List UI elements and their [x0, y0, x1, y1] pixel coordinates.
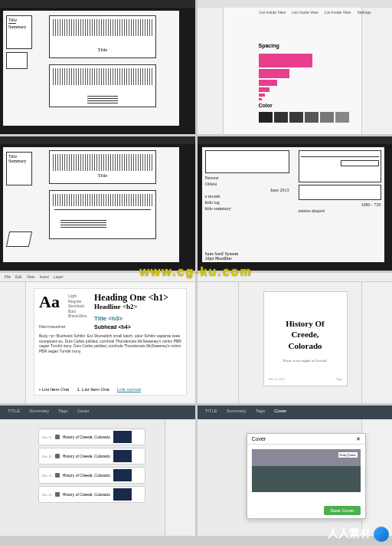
doc-title-3: Colorado	[264, 340, 347, 351]
thumbnail	[113, 488, 132, 501]
list-item[interactable]: Dec 11History of Creede, Colorado	[38, 486, 145, 503]
watermark-logo-icon	[374, 527, 389, 542]
titlebar	[0, 136, 195, 144]
h3-sample: Title <h3>	[94, 315, 122, 322]
cover-modal: Cover ✕ Daily Quote Save Cover	[247, 433, 366, 519]
inspector-panel[interactable]	[165, 419, 195, 536]
thumbnail	[113, 450, 132, 462]
save-cover-button[interactable]: Save Cover	[324, 506, 360, 515]
image-badge: Daily Quote	[338, 452, 358, 458]
app-tabs[interactable]: TITLESummaryTagsCover	[0, 405, 195, 419]
thumbnail	[113, 469, 132, 481]
sketch-sidebar: Title Summary	[6, 152, 32, 185]
inspector-panel[interactable]	[361, 282, 392, 403]
watermark-top: www.cg-ku.com	[139, 265, 252, 279]
font-name: Merriweather	[39, 324, 66, 329]
list-item[interactable]: Dec 11History of Creede, Colorado	[38, 428, 145, 445]
specimen-aa: Aa	[39, 292, 60, 312]
list-item[interactable]: Dec 11History of Creede, Colorado	[38, 467, 145, 484]
doc-subtitle: These is no nights in Creede!	[264, 359, 347, 363]
label-summary: Summary	[8, 25, 30, 29]
panel-history-card: History Of Creede, Colorado These is no …	[198, 273, 393, 403]
close-icon[interactable]: ✕	[356, 436, 361, 442]
h2-sample: Headline <h2>	[94, 303, 138, 310]
sketch-card-1: Title	[49, 150, 156, 184]
sketch-sidebar-2	[6, 52, 28, 69]
h1-sample: Heading One <h1>	[94, 292, 168, 304]
spacing-scale	[259, 54, 312, 102]
entries-list: Dec 11History of Creede, Colorado Dec 11…	[38, 428, 145, 505]
weights-list: LightRegularSemiboldBoldBlack/Ultra	[68, 294, 87, 319]
sketch-card-2	[49, 190, 156, 239]
wireframe-left: Newest Oldest June 2013 x month hide tag…	[205, 150, 289, 212]
body-sample: Body <p> Bushwick Schlitz. Est Shoreditc…	[39, 333, 181, 353]
panel-entry-list: TITLESummaryTagsCover Dec 11History of C…	[0, 405, 195, 536]
label-summary: Summary	[8, 159, 30, 163]
canvas[interactable]: Title Summary Title	[3, 11, 179, 126]
doc-title-2: Creede,	[264, 329, 347, 340]
card-title: Title	[98, 47, 108, 53]
panel-design-system: List Inside ViewList Inside ViewList Ins…	[198, 0, 393, 134]
link-sample[interactable]: Link normal	[117, 387, 141, 392]
canvas[interactable]: Title Summary Title	[3, 147, 179, 262]
inspector-panel[interactable]	[361, 419, 392, 536]
tag-icon	[55, 454, 60, 458]
layers-panel[interactable]	[0, 282, 26, 403]
spacing-heading: Spacing	[259, 43, 279, 48]
cover-image[interactable]: Daily Quote	[252, 449, 361, 492]
panel-cover-modal: TITLESummaryTagsCover Cover ✕ Daily Quot…	[198, 405, 393, 536]
titlebar	[198, 136, 393, 144]
h4-sample: Subhead <h4>	[94, 324, 131, 330]
inspector-panel[interactable]	[361, 8, 392, 134]
color-swatches	[259, 112, 349, 123]
wireframe-right: 1080 - 720 entries shaped	[299, 150, 381, 215]
modal-title: Cover	[252, 436, 266, 442]
tag-icon	[55, 492, 60, 497]
sketch-sidebar: Title Summary	[6, 15, 32, 49]
modal-header: Cover ✕	[247, 434, 365, 445]
panel-typography: FileEditViewInsertLayer Aa LightRegularS…	[0, 273, 195, 403]
document-card[interactable]: History Of Creede, Colorado These is no …	[263, 291, 348, 386]
canvas[interactable]: Newest Oldest June 2013 x month hide tag…	[202, 147, 384, 262]
doc-title-1: History Of	[264, 318, 347, 329]
tag-icon	[55, 435, 60, 439]
layers-panel[interactable]	[198, 282, 239, 403]
titlebar	[0, 0, 195, 8]
color-heading: Color	[259, 103, 273, 108]
watermark-bottom: 人人素材	[328, 527, 371, 540]
titlebar	[198, 0, 393, 8]
layers-panel[interactable]	[198, 8, 224, 134]
tag-icon	[55, 473, 60, 478]
label-title: Title	[8, 18, 30, 22]
iso-sketch	[6, 231, 32, 247]
app-tabs[interactable]: TITLESummaryTagsCover	[198, 405, 393, 419]
sketch-card-1: Title	[49, 15, 156, 58]
type-specimen: Aa LightRegularSemiboldBoldBlack/Ultra H…	[34, 288, 187, 396]
panel-wireframe-notes: Newest Oldest June 2013 x month hide tag…	[198, 136, 393, 271]
tabs[interactable]: List Inside ViewList Inside ViewList Ins…	[259, 9, 372, 15]
bottom-notes: Sans Serif System 16px Headline	[205, 251, 239, 261]
panel-sketch-1: Title Summary Title	[0, 0, 195, 134]
list-item[interactable]: Dec 11History of Creede, Colorado	[38, 448, 145, 465]
list-samples: • List Item One 1. List Item One Link no…	[39, 387, 141, 392]
panel-sketch-2: Title Summary Title	[0, 136, 195, 271]
sketch-card-2	[49, 64, 156, 107]
thumbnail	[113, 431, 132, 443]
